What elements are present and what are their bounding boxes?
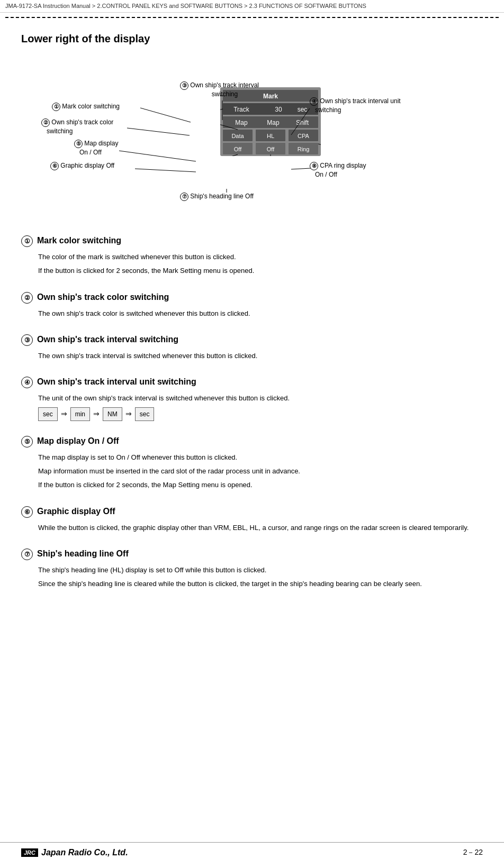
svg-line-36 — [135, 169, 196, 172]
item-2-body: The own ship's track color is switched w… — [21, 308, 483, 319]
item-1-title: Mark color switching — [37, 236, 121, 245]
footer-logo: JRC Japan Radio Co., Ltd. — [21, 848, 128, 857]
svg-line-38 — [291, 168, 311, 169]
item-5-num: ⑤ — [21, 436, 33, 447]
item-1: ① Mark color switching The color of the … — [21, 235, 483, 277]
svg-line-31 — [140, 108, 191, 122]
item-5-title: Map display On / Off — [37, 436, 119, 446]
arrow-1: ⇒ — [61, 408, 67, 421]
svg-text:Map: Map — [235, 119, 248, 126]
annotation-1: ① Mark color switching — [52, 102, 120, 111]
items-list: ① Mark color switching The color of the … — [21, 235, 483, 589]
main-content: Lower right of the display Mark Track 30… — [0, 22, 504, 625]
item-7-body: The ship's heading line (HL) display is … — [21, 564, 483, 590]
item-3-title: Own ship's track interval switching — [37, 335, 178, 344]
item-2-num: ② — [21, 292, 33, 304]
annotation-7: ⑦ Ship's heading line Off — [180, 192, 254, 201]
annotation-8: ⑧ CPA ring display On / Off — [310, 161, 366, 179]
item-7-heading: ⑦ Ship's heading line Off — [21, 549, 483, 560]
arrow-3: ⇒ — [125, 408, 132, 421]
diagram-area: Mark Track 30 sec Map Map Shift Data HL … — [21, 56, 483, 220]
svg-text:Shift: Shift — [296, 119, 309, 126]
svg-text:sec: sec — [298, 106, 308, 113]
item-7-title: Ship's heading line Off — [37, 549, 129, 559]
item-1-body: The color of the mark is switched whenev… — [21, 251, 483, 277]
annotation-3: ③ Own ship's track interval switching — [180, 81, 259, 99]
item-6-heading: ⑥ Graphic display Off — [21, 506, 483, 518]
item-3-body: The own ship's track interval is switche… — [21, 350, 483, 362]
item-3-heading: ③ Own ship's track interval switching — [21, 334, 483, 346]
svg-text:Data: Data — [231, 133, 244, 139]
annotation-6: ⑥ Graphic display Off — [50, 161, 114, 170]
item-2: ② Own ship's track color switching The o… — [21, 292, 483, 319]
item-4: ④ Own ship's track interval unit switchi… — [21, 377, 483, 421]
section-title: Lower right of the display — [21, 33, 483, 45]
annotation-4: ④ Own ship's track interval unit switchi… — [310, 97, 401, 115]
annotation-5: ⑤ Map display On / Off — [74, 139, 118, 157]
unit-row: sec ⇒ min ⇒ NM ⇒ sec — [38, 407, 483, 421]
svg-text:CPA: CPA — [298, 133, 309, 139]
annotation-2: ② Own ship's track color switching — [41, 118, 113, 136]
item-2-title: Own ship's track color switching — [37, 293, 169, 302]
unit-sec-1: sec — [38, 407, 58, 421]
item-5-body: The map display is set to On / Off whene… — [21, 452, 483, 491]
svg-text:HL: HL — [267, 133, 274, 139]
item-7-num: ⑦ — [21, 549, 33, 560]
arrow-2: ⇒ — [93, 408, 100, 421]
svg-text:Track: Track — [233, 106, 250, 113]
company-name: Japan Radio Co., Ltd. — [41, 848, 128, 857]
item-5-heading: ⑤ Map display On / Off — [21, 436, 483, 447]
item-2-heading: ② Own ship's track color switching — [21, 292, 483, 304]
svg-text:Off: Off — [267, 146, 275, 152]
unit-nm: NM — [103, 407, 122, 421]
dashed-separator — [5, 17, 499, 18]
breadcrumb: JMA-9172-SA Instruction Manual > 2.CONTR… — [0, 0, 504, 13]
svg-text:Ring: Ring — [298, 146, 310, 152]
footer: JRC Japan Radio Co., Ltd. 2－22 — [0, 842, 504, 857]
item-4-heading: ④ Own ship's track interval unit switchi… — [21, 377, 483, 388]
item-6-title: Graphic display Off — [37, 507, 115, 516]
item-1-heading: ① Mark color switching — [21, 235, 483, 247]
item-4-title: Own ship's track interval unit switching — [37, 377, 196, 387]
svg-text:30: 30 — [275, 106, 282, 113]
item-4-body: The unit of the own ship's track interva… — [21, 392, 483, 421]
unit-sec-2: sec — [135, 407, 155, 421]
jrc-badge: JRC — [21, 848, 38, 857]
item-3-num: ③ — [21, 334, 33, 346]
unit-min: min — [70, 407, 90, 421]
item-1-num: ① — [21, 235, 33, 247]
item-6-body: While the button is clicked, the graphic… — [21, 522, 483, 534]
item-3: ③ Own ship's track interval switching Th… — [21, 334, 483, 362]
item-4-num: ④ — [21, 377, 33, 388]
svg-text:Off: Off — [234, 146, 242, 152]
item-6-num: ⑥ — [21, 506, 33, 518]
svg-text:Mark: Mark — [263, 93, 278, 100]
page-number: 2－22 — [463, 848, 483, 857]
item-5: ⑤ Map display On / Off The map display i… — [21, 436, 483, 491]
item-6: ⑥ Graphic display Off While the button i… — [21, 506, 483, 534]
svg-text:Map: Map — [267, 119, 280, 126]
svg-line-32 — [127, 128, 190, 135]
svg-line-35 — [119, 151, 196, 161]
item-7: ⑦ Ship's heading line Off The ship's hea… — [21, 549, 483, 590]
